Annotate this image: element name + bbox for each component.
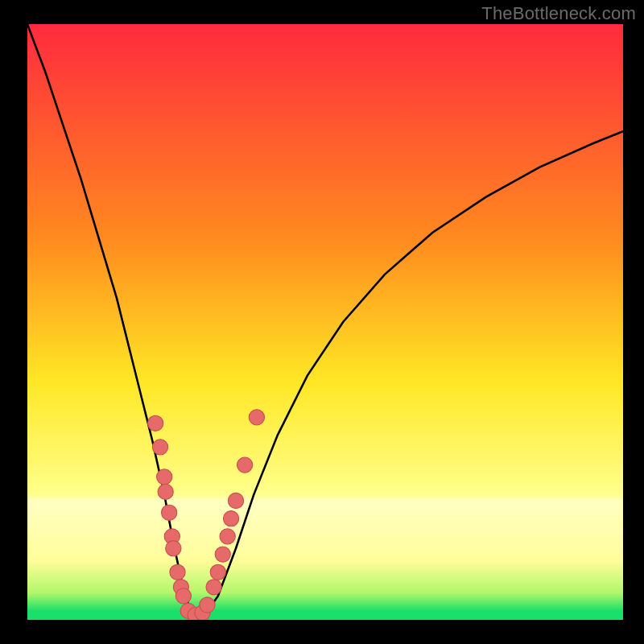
chart-frame: TheBottleneck.com — [0, 0, 644, 644]
curve-marker — [170, 564, 185, 580]
curve-marker — [206, 580, 221, 595]
watermark-text: TheBottleneck.com — [481, 3, 636, 24]
curve-marker — [249, 410, 264, 425]
curve-marker — [147, 415, 163, 431]
curve-marker — [158, 484, 173, 499]
curve-marker — [152, 440, 167, 455]
chart-svg — [27, 24, 623, 620]
curve-marker — [228, 493, 243, 508]
curve-marker — [220, 529, 235, 544]
curve-marker — [210, 564, 225, 580]
curve-marker — [237, 457, 252, 473]
gradient-background — [27, 24, 623, 620]
curve-marker — [157, 469, 172, 485]
curve-marker — [215, 547, 230, 562]
curve-marker — [175, 588, 191, 604]
curve-marker — [162, 505, 177, 520]
plot-area — [27, 24, 623, 620]
curve-marker — [200, 597, 215, 613]
curve-marker — [166, 541, 181, 556]
curve-marker — [223, 511, 238, 526]
